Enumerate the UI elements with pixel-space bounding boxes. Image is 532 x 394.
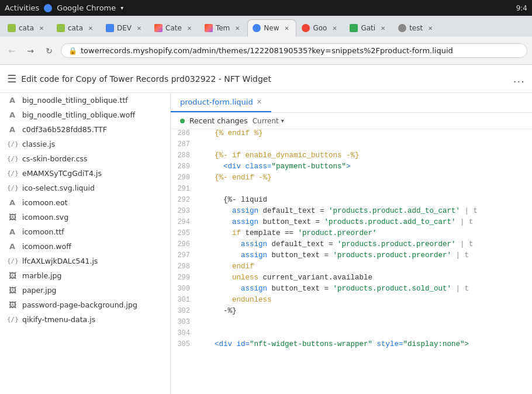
file-type-icon: A — [7, 96, 18, 105]
tab-close-icon[interactable]: ✕ — [185, 23, 194, 33]
line-number: 302 — [171, 307, 197, 315]
line-number: 286 — [171, 129, 197, 137]
recent-current-selector[interactable]: Current ▾ — [253, 117, 284, 125]
line-number: 294 — [171, 218, 197, 226]
file-type-icon: {/} — [7, 140, 18, 148]
tab-close-icon[interactable]: ✕ — [37, 23, 46, 33]
code-line: 298 endif — [171, 262, 532, 274]
file-name: paper.jpg — [22, 286, 57, 295]
line-content: endif — [197, 262, 532, 271]
editor-tab-label: product-form.liquid — [180, 98, 253, 106]
tab-title: cata — [68, 24, 83, 32]
file-name: big_noodle_titling_oblique.woff — [22, 110, 135, 119]
sidebar-file-item[interactable]: 🖼paper.jpg — [0, 283, 170, 298]
tab-close-icon[interactable]: ✕ — [282, 23, 291, 33]
sidebar-file-item[interactable]: Aicomoon.eot — [0, 195, 170, 210]
tab-title: cata — [19, 24, 34, 32]
file-type-icon: A — [7, 125, 18, 134]
tab-title: DEV — [117, 24, 132, 32]
line-content: -%} — [197, 307, 532, 315]
line-number: 291 — [171, 185, 197, 193]
line-number: 295 — [171, 229, 197, 237]
sidebar-file-item[interactable]: Ac0df3a6b528fdd85.TTF — [0, 122, 170, 137]
editor-tab-close-icon[interactable]: ✕ — [257, 98, 262, 106]
dropdown-arrow-icon[interactable]: ▾ — [120, 5, 123, 11]
file-type-icon: {/} — [7, 316, 18, 323]
recent-changes-bar: Recent changes Current ▾ — [171, 113, 532, 129]
reload-button[interactable]: ↻ — [42, 44, 56, 58]
browser-tab-tab4[interactable]: Cate✕ — [149, 19, 199, 37]
browser-tab-tab6[interactable]: New✕ — [247, 19, 296, 37]
code-line: 289 <div class="payment-buttons"> — [171, 163, 532, 174]
file-name: icomoon.svg — [22, 213, 68, 222]
sidebar-file-item[interactable]: {/}classie.js — [0, 137, 170, 151]
tab-favicon — [8, 24, 16, 32]
browser-tab-tab8[interactable]: Gati✕ — [344, 19, 393, 37]
sidebar-toggle-button[interactable]: ☰ — [7, 72, 16, 85]
sidebar-file-item[interactable]: 🖼password-page-background.jpg — [0, 298, 170, 312]
sidebar-file-item[interactable]: 🖼icomoon.svg — [0, 210, 170, 224]
page-title: Edit code for Copy of Tower Records prd0… — [21, 74, 509, 84]
sidebar-file-item[interactable]: Aicomoon.ttf — [0, 224, 170, 239]
code-line: 288 {%- if enable_dynamic_buttons -%} — [171, 151, 532, 163]
tab-close-icon[interactable]: ✕ — [233, 23, 242, 33]
file-name: lfcAXLwjkDALc541.js — [22, 257, 98, 265]
code-line: 301 endunless — [171, 296, 532, 307]
browser-tab-tab5[interactable]: Tem✕ — [199, 19, 247, 37]
sidebar-file-item[interactable]: {/}eMAMXSyTCgGdiT4.js — [0, 166, 170, 181]
tab-close-icon[interactable]: ✕ — [134, 23, 144, 33]
line-number: 293 — [171, 207, 197, 215]
file-name: ico-select.svg.liquid — [22, 184, 95, 192]
sidebar-file-item[interactable]: {/}qikify-tmenu-data.js — [0, 312, 170, 327]
browser-tab-tab9[interactable]: test✕ — [393, 19, 440, 37]
line-number: 289 — [171, 163, 197, 171]
file-type-icon: A — [7, 227, 18, 236]
sidebar-file-item[interactable]: {/}ico-select.svg.liquid — [0, 181, 170, 195]
line-content: assign button_text = 'products.product.p… — [197, 251, 532, 260]
tab-favicon — [350, 24, 358, 32]
tab-title: New — [264, 24, 279, 32]
browser-tab-tab3[interactable]: DEV✕ — [101, 19, 149, 37]
breadcrumb-bar: ☰ Edit code for Copy of Tower Records pr… — [0, 65, 532, 93]
sidebar-file-item[interactable]: {/}lfcAXLwjkDALc541.js — [0, 254, 170, 268]
browser-tab-tab1[interactable]: cata✕ — [2, 19, 51, 37]
code-line: 297 assign button_text = 'products.produ… — [171, 251, 532, 262]
line-content — [197, 318, 532, 326]
code-line: 293 assign default_text = 'products.prod… — [171, 207, 532, 218]
tab-title: Tem — [216, 24, 230, 32]
sidebar-file-item[interactable]: 🖼marble.jpg — [0, 268, 170, 283]
file-name: icomoon.woff — [22, 242, 71, 251]
browser-tab-tab2[interactable]: cata✕ — [51, 19, 101, 37]
code-editor[interactable]: 286 {% endif %}287 288 {%- if enable_dyn… — [171, 129, 532, 394]
tab-close-icon[interactable]: ✕ — [426, 23, 435, 33]
activities-label[interactable]: Activities — [5, 4, 39, 12]
current-dropdown-icon[interactable]: ▾ — [281, 117, 284, 124]
browser-tab-tab7[interactable]: Goo✕ — [296, 19, 344, 37]
more-options-button[interactable]: ... — [513, 72, 525, 85]
editor-tab-product-form[interactable]: product-form.liquid ✕ — [171, 93, 271, 112]
editor-area: product-form.liquid ✕ Recent changes Cur… — [171, 93, 532, 394]
sidebar-file-item[interactable]: {/}cs-skin-border.css — [0, 151, 170, 166]
sidebar-file-item[interactable]: Aicomoon.woff — [0, 239, 170, 254]
line-content — [197, 185, 532, 193]
line-content: assign button_text = 'products.product.a… — [197, 218, 532, 226]
code-line: 304 — [171, 329, 532, 340]
sidebar-file-item[interactable]: Abig_noodle_titling_oblique.woff — [0, 108, 170, 122]
sidebar-file-item[interactable]: Abig_noodle_titling_oblique.ttf — [0, 93, 170, 108]
tab-bar: cata✕cata✕DEV✕Cate✕Tem✕New✕Goo✕Gati✕test… — [0, 16, 532, 37]
file-name: eMAMXSyTCgGdiT4.js — [22, 169, 102, 178]
back-button[interactable]: ← — [5, 44, 19, 58]
forward-button[interactable]: → — [23, 44, 37, 58]
file-type-icon: {/} — [7, 155, 18, 163]
file-type-icon: A — [7, 242, 18, 251]
line-number: 288 — [171, 151, 197, 160]
tab-favicon — [302, 24, 310, 32]
lock-icon: 🔒 — [68, 47, 77, 55]
tab-close-icon[interactable]: ✕ — [86, 23, 95, 33]
tab-favicon — [398, 24, 406, 32]
url-bar[interactable]: 🔒 towerrecords.myshopify.com/admin/theme… — [61, 43, 527, 58]
file-name: big_noodle_titling_oblique.ttf — [22, 96, 128, 105]
file-type-icon: 🖼 — [7, 300, 18, 309]
tab-close-icon[interactable]: ✕ — [330, 23, 339, 33]
tab-close-icon[interactable]: ✕ — [378, 23, 388, 33]
